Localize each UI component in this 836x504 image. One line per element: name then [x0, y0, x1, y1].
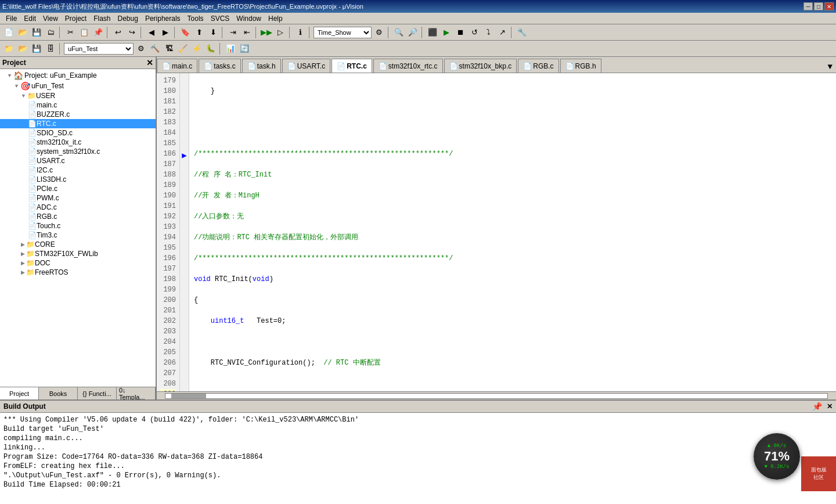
- h-scroll-track[interactable]: [165, 393, 828, 399]
- tree-file-touch[interactable]: 📄 Touch.c: [0, 221, 156, 231]
- h-scroll-thumb[interactable]: [171, 394, 206, 398]
- tree-file-main[interactable]: 📄 main.c: [0, 100, 156, 110]
- sidebar-tab-books[interactable]: Books: [39, 387, 78, 399]
- tab-usart-c[interactable]: 📄 USART.c: [282, 59, 330, 73]
- minimize-button[interactable]: ─: [803, 2, 813, 10]
- tree-file-buzzer[interactable]: 📄 BUZZER.c: [0, 110, 156, 119]
- tree-file-pcie[interactable]: 📄 PCIe.c: [0, 184, 156, 193]
- sidebar-close-btn[interactable]: ✕: [146, 58, 153, 67]
- menu-window[interactable]: Window: [233, 13, 265, 24]
- menu-project[interactable]: Project: [62, 13, 90, 24]
- menu-flash[interactable]: Flash: [90, 13, 114, 24]
- close-button[interactable]: ✕: [824, 2, 834, 10]
- debug-run-button[interactable]: ▶: [440, 26, 453, 39]
- tb2-btn3[interactable]: 💾: [30, 42, 43, 55]
- tree-file-lis3dh[interactable]: 📄 LIS3DH.c: [0, 175, 156, 184]
- tree-file-system[interactable]: 📄 system_stm32f10x.c: [0, 147, 156, 156]
- maximize-button[interactable]: □: [814, 2, 823, 10]
- tb2-extra1[interactable]: 📊: [224, 42, 237, 55]
- tb2-build-button[interactable]: 🔨: [149, 42, 161, 55]
- new-file-button[interactable]: 📄: [2, 26, 15, 39]
- prev-bookmark-button[interactable]: ⬆: [193, 26, 206, 39]
- tb2-extra2[interactable]: 🔄: [238, 42, 251, 55]
- undo-button[interactable]: ↩: [111, 26, 124, 39]
- tree-fwlib-folder[interactable]: ▶ 📁 STM32F10X_FWLib: [0, 249, 156, 258]
- tree-user-folder[interactable]: ▼ 📁 USER: [0, 91, 156, 100]
- menu-edit[interactable]: Edit: [20, 13, 39, 24]
- info-button[interactable]: ℹ: [294, 26, 307, 39]
- run-button[interactable]: ▶▶: [260, 26, 273, 39]
- tree-file-adc[interactable]: 📄 ADC.c: [0, 203, 156, 212]
- target-combo[interactable]: Time_Show: [314, 27, 372, 38]
- tree-core-folder[interactable]: ▶ 📁 CORE: [0, 240, 156, 249]
- redo-button[interactable]: ↪: [125, 26, 138, 39]
- save-button[interactable]: 💾: [30, 26, 43, 39]
- tb2-settings-button[interactable]: ⚙: [135, 42, 147, 55]
- debug-reset-button[interactable]: ↺: [468, 26, 481, 39]
- tb2-flash-button[interactable]: ⚡: [190, 42, 203, 55]
- save-all-button[interactable]: 🗂: [44, 26, 57, 39]
- debug-extra-button[interactable]: ↗: [496, 26, 509, 39]
- sidebar-tab-project[interactable]: Project: [0, 387, 39, 399]
- tab-task-h[interactable]: 📄 task.h: [242, 59, 281, 73]
- extra-button[interactable]: 🔧: [516, 26, 528, 39]
- tb2-btn2[interactable]: 📂: [16, 42, 29, 55]
- tree-doc-folder[interactable]: ▶ 📁 DOC: [0, 258, 156, 268]
- unindent-button[interactable]: ⇤: [240, 26, 253, 39]
- tab-rgb-c[interactable]: 📄 RGB.c: [518, 59, 558, 73]
- menu-view[interactable]: View: [39, 13, 62, 24]
- tree-file-stm32it[interactable]: 📄 stm32f10x_it.c: [0, 138, 156, 147]
- debug-stop-button[interactable]: ⬛: [426, 26, 439, 39]
- menu-help[interactable]: Help: [265, 13, 286, 24]
- code-content[interactable]: 179 180 181 182 183 184 185 186 187 188 …: [157, 73, 836, 391]
- run2-button[interactable]: ▷: [274, 26, 287, 39]
- tab-rgb-h[interactable]: 📄 RGB.h: [560, 59, 601, 73]
- tab-tasks-c[interactable]: 📄 tasks.c: [199, 59, 240, 73]
- menu-peripherals[interactable]: Peripherals: [142, 13, 184, 24]
- tab-scroll-right[interactable]: ▼: [824, 61, 836, 73]
- debug-step-button[interactable]: ⤵: [482, 26, 495, 39]
- zoom-button[interactable]: 🔎: [406, 26, 419, 39]
- horizontal-scrollbar[interactable]: [157, 391, 836, 399]
- tb2-btn4[interactable]: 🗄: [44, 42, 57, 55]
- debug-stop2-button[interactable]: ⏹: [454, 26, 467, 39]
- copy-button[interactable]: 📋: [78, 26, 91, 39]
- tree-ufuntest[interactable]: ▼ 🎯 uFun_Test: [0, 81, 156, 91]
- open-file-button[interactable]: 📂: [16, 26, 29, 39]
- build-close-icon[interactable]: ✕: [827, 402, 833, 411]
- next-bookmark-button[interactable]: ⬇: [207, 26, 219, 39]
- tb2-debug-button[interactable]: 🐛: [204, 42, 217, 55]
- tree-file-pwm[interactable]: 📄 PWM.c: [0, 193, 156, 203]
- tab-stm32bkp[interactable]: 📄 stm32f10x_bkp.c: [444, 59, 517, 73]
- paste-button[interactable]: 📌: [92, 26, 105, 39]
- tb2-btn1[interactable]: 📁: [2, 42, 15, 55]
- tree-freertos-folder[interactable]: ▶ 📁 FreeRTOS: [0, 268, 156, 277]
- menu-debug[interactable]: Debug: [114, 13, 142, 24]
- tb2-clean-button[interactable]: 🧹: [176, 42, 189, 55]
- bookmark-button[interactable]: 🔖: [179, 26, 192, 39]
- tree-file-sdio[interactable]: 📄 SDIO_SD.c: [0, 128, 156, 138]
- tab-rtc-c[interactable]: 📄 RTC.c: [331, 59, 372, 73]
- tree-file-rgb[interactable]: 📄 RGB.c: [0, 212, 156, 221]
- sidebar-tab-functi[interactable]: {} Functi...: [78, 387, 117, 399]
- tree-file-rtc[interactable]: 📄 RTC.c: [0, 119, 156, 128]
- menu-tools[interactable]: Tools: [184, 13, 207, 24]
- search-button[interactable]: 🔍: [392, 26, 405, 39]
- indent-button[interactable]: ⇥: [226, 26, 239, 39]
- tab-stm32rtc[interactable]: 📄 stm32f10x_rtc.c: [373, 59, 443, 73]
- cut-button[interactable]: ✂: [64, 26, 77, 39]
- sidebar-tab-templa[interactable]: 0↓ Templa...: [117, 387, 156, 399]
- tree-project-root[interactable]: ▼ 🏠 Project: uFun_Example: [0, 70, 156, 81]
- nav-fwd-button[interactable]: ▶: [159, 26, 172, 39]
- menu-file[interactable]: File: [2, 13, 20, 24]
- tab-main-c[interactable]: 📄 main.c: [157, 59, 197, 73]
- tb2-rebuild-button[interactable]: 🏗: [163, 42, 175, 55]
- nav-back-button[interactable]: ◀: [145, 26, 158, 39]
- code-editor[interactable]: } /*************************************…: [189, 73, 836, 391]
- tree-file-usart[interactable]: 📄 USART.c: [0, 156, 156, 165]
- menu-svcs[interactable]: SVCS: [207, 13, 233, 24]
- settings-button[interactable]: ⚙: [373, 26, 385, 39]
- tree-file-i2c[interactable]: 📄 I2C.c: [0, 165, 156, 175]
- target2-combo[interactable]: uFun_Test: [64, 43, 134, 55]
- tree-file-tim3[interactable]: 📄 Tim3.c: [0, 231, 156, 240]
